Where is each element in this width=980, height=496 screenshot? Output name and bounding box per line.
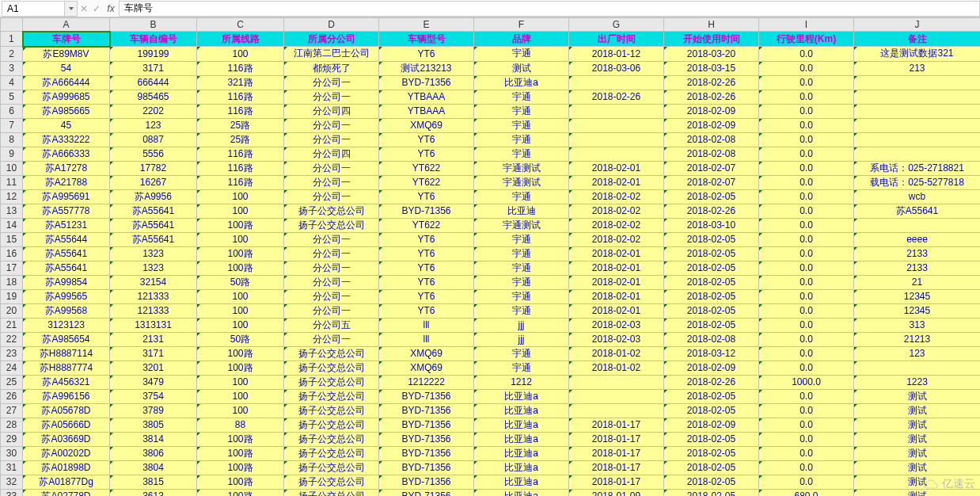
name-box-dropdown[interactable] [65, 1, 78, 17]
data-cell[interactable]: 比亚迪a [474, 403, 569, 418]
data-cell[interactable]: 3815 [110, 475, 197, 489]
col-header-I[interactable]: I [759, 18, 854, 32]
data-cell[interactable]: 苏A17278 [23, 161, 110, 175]
data-cell[interactable]: 苏A05678D [23, 403, 110, 418]
data-cell[interactable]: 2018-02-08 [664, 332, 759, 346]
data-cell[interactable]: 测试 [854, 432, 981, 446]
data-cell[interactable]: 2018-02-09 [664, 361, 759, 375]
row-header[interactable]: 1 [1, 32, 23, 47]
data-cell[interactable]: YT6 [379, 232, 474, 246]
col-header-D[interactable]: D [284, 18, 379, 32]
data-cell[interactable]: 2018-02-05 [664, 318, 759, 332]
data-cell[interactable]: 100 [197, 375, 284, 389]
data-cell[interactable]: 比亚迪a [474, 75, 569, 90]
data-cell[interactable]: 苏A456321 [23, 375, 110, 389]
data-cell[interactable]: 0.0 [759, 47, 854, 62]
data-cell[interactable]: 分公司一 [284, 303, 379, 318]
data-cell[interactable]: 苏A557778 [23, 204, 110, 218]
data-cell[interactable]: BYD-71356 [379, 460, 474, 475]
data-cell[interactable]: 2018-02-01 [569, 261, 664, 275]
data-cell[interactable]: 分公司一 [284, 246, 379, 261]
data-cell[interactable]: 比亚迪a [474, 489, 569, 496]
data-cell[interactable]: 江南第二巴士公司 [284, 47, 379, 62]
data-cell[interactable]: 3201 [110, 361, 197, 375]
data-cell[interactable]: 0.0 [759, 132, 854, 147]
row-header[interactable]: 31 [1, 460, 23, 475]
data-cell[interactable]: 100 [197, 289, 284, 303]
data-cell[interactable]: 苏A999685 [23, 90, 110, 104]
data-cell[interactable]: 3754 [110, 389, 197, 403]
data-cell[interactable]: 2018-02-08 [664, 132, 759, 147]
data-cell[interactable]: 测试213213 [379, 61, 474, 75]
data-cell[interactable]: 苏A21788 [23, 175, 110, 189]
data-cell[interactable]: 宇通 [474, 275, 569, 289]
data-cell[interactable]: 2018-02-26 [664, 204, 759, 218]
spreadsheet-grid[interactable]: A B C D E F G H I J 1车牌号车辆自编号所属线路所属分公司车辆… [0, 17, 980, 496]
data-cell[interactable]: 1323 [110, 261, 197, 275]
data-cell[interactable]: 0.0 [759, 318, 854, 332]
data-cell[interactable]: 分公司一 [284, 75, 379, 90]
data-cell[interactable]: 苏A55644 [23, 232, 110, 246]
data-cell[interactable]: 0.0 [759, 261, 854, 275]
row-header[interactable]: 29 [1, 432, 23, 446]
data-cell[interactable]: 测试 [854, 403, 981, 418]
data-cell[interactable] [854, 75, 981, 90]
data-cell[interactable]: BYD-71356 [379, 489, 474, 496]
data-cell[interactable]: 宇通 [474, 232, 569, 246]
row-header[interactable]: 6 [1, 104, 23, 118]
data-cell[interactable]: jjj [474, 332, 569, 346]
data-cell[interactable]: 2018-02-05 [664, 432, 759, 446]
data-cell[interactable] [569, 403, 664, 418]
data-cell[interactable]: BYD-71356 [379, 204, 474, 218]
row-header[interactable]: 33 [1, 489, 23, 496]
data-cell[interactable]: YTBAAA [379, 90, 474, 104]
data-cell[interactable]: 213 [854, 61, 981, 75]
data-cell[interactable]: 199199 [110, 47, 197, 62]
row-header[interactable]: 7 [1, 118, 23, 132]
col-header-B[interactable]: B [110, 18, 197, 32]
data-cell[interactable]: 1212 [474, 375, 569, 389]
row-header[interactable]: 4 [1, 75, 23, 90]
data-cell[interactable]: 苏A55641 [110, 232, 197, 246]
row-header[interactable]: 14 [1, 218, 23, 232]
data-cell[interactable]: 2018-02-01 [569, 161, 664, 175]
data-cell[interactable]: eeee [854, 232, 981, 246]
data-cell[interactable]: 苏A55641 [110, 218, 197, 232]
data-cell[interactable]: 1223 [854, 375, 981, 389]
header-cell[interactable]: 所属分公司 [284, 32, 379, 47]
header-cell[interactable]: 车辆型号 [379, 32, 474, 47]
data-cell[interactable]: 3804 [110, 460, 197, 475]
data-cell[interactable]: 载电话：025-5277818 [854, 175, 981, 189]
data-cell[interactable]: 0.0 [759, 161, 854, 175]
col-header-C[interactable]: C [197, 18, 284, 32]
row-header[interactable]: 3 [1, 61, 23, 75]
data-cell[interactable]: 3806 [110, 446, 197, 460]
data-cell[interactable]: XMQ69 [379, 118, 474, 132]
data-cell[interactable]: 100路 [197, 261, 284, 275]
data-cell[interactable]: 321路 [197, 75, 284, 90]
data-cell[interactable]: 100路 [197, 460, 284, 475]
data-cell[interactable] [569, 132, 664, 147]
data-cell[interactable]: 100 [197, 303, 284, 318]
data-cell[interactable]: 比亚迪a [474, 432, 569, 446]
data-cell[interactable]: 0.0 [759, 389, 854, 403]
data-cell[interactable]: 0.0 [759, 218, 854, 232]
data-cell[interactable]: 2018-02-05 [664, 246, 759, 261]
data-cell[interactable]: 扬子公交总公司 [284, 403, 379, 418]
data-cell[interactable]: 2018-02-05 [664, 303, 759, 318]
row-header[interactable]: 5 [1, 90, 23, 104]
header-cell[interactable]: 所属线路 [197, 32, 284, 47]
data-cell[interactable] [569, 104, 664, 118]
data-cell[interactable]: 扬子公交总公司 [284, 489, 379, 496]
data-cell[interactable]: 0.0 [759, 90, 854, 104]
data-cell[interactable]: 苏A995691 [23, 189, 110, 204]
row-header[interactable]: 30 [1, 446, 23, 460]
row-header[interactable]: 32 [1, 475, 23, 489]
data-cell[interactable]: 2018-01-17 [569, 432, 664, 446]
data-cell[interactable]: 32154 [110, 275, 197, 289]
data-cell[interactable]: 2018-02-09 [664, 418, 759, 432]
formula-input[interactable]: 车牌号 [119, 1, 980, 17]
data-cell[interactable]: 100路 [197, 489, 284, 496]
data-cell[interactable]: 0.0 [759, 232, 854, 246]
data-cell[interactable]: 宇通 [474, 90, 569, 104]
